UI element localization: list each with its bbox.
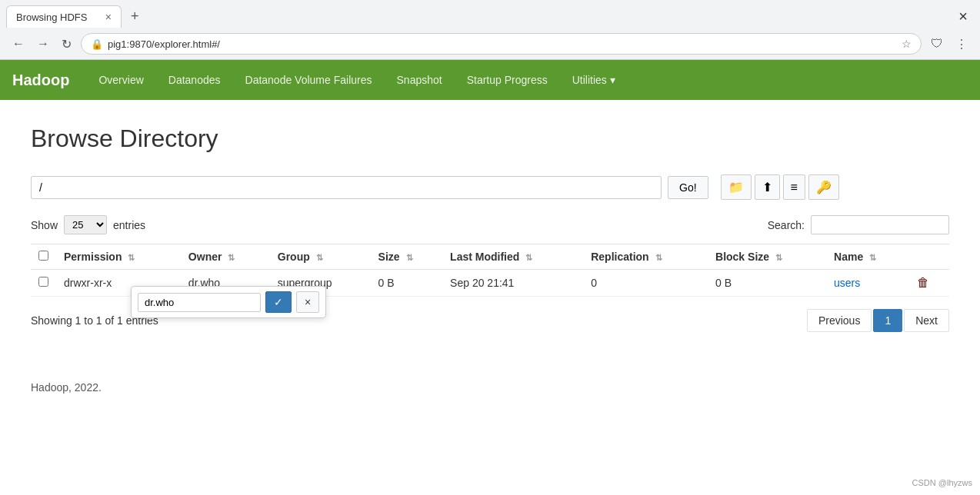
group-label: Group	[278, 251, 310, 263]
inline-edit-popup: ✓ ×	[131, 286, 326, 318]
sort-size-icon: ⇅	[406, 253, 413, 262]
col-header-block-size[interactable]: Block Size ⇅	[708, 244, 826, 270]
col-header-delete	[909, 244, 949, 270]
block-size-label: Block Size	[715, 251, 769, 263]
navbar-links: Overview Datanodes Datanode Volume Failu…	[88, 69, 625, 91]
col-header-replication[interactable]: Replication ⇅	[583, 244, 708, 270]
search-label: Search:	[768, 219, 805, 231]
row-size: 0 B	[371, 270, 442, 297]
sort-owner-icon: ⇅	[228, 253, 235, 262]
delete-button[interactable]: 🗑	[917, 276, 929, 290]
permission-label: Permission	[64, 251, 122, 263]
col-header-owner[interactable]: Owner ⇅	[181, 244, 270, 270]
sort-name-icon: ⇅	[869, 253, 876, 262]
row-checkbox-cell[interactable]	[31, 270, 56, 297]
sort-group-icon: ⇅	[316, 253, 323, 262]
file-link[interactable]: users	[834, 277, 860, 289]
path-input[interactable]	[31, 176, 662, 199]
folder-icon-btn[interactable]: 📁	[721, 174, 752, 200]
footer: Hadoop, 2022.	[0, 357, 980, 418]
navbar-brand[interactable]: Hadoop	[12, 71, 69, 89]
sort-last-modified-icon: ⇅	[525, 253, 532, 262]
active-tab: Browsing HDFS ×	[6, 5, 122, 28]
col-header-last-modified[interactable]: Last Modified ⇅	[442, 244, 583, 270]
window-close-button[interactable]: ×	[952, 5, 974, 28]
size-label: Size	[378, 251, 400, 263]
col-header-group[interactable]: Group ⇅	[270, 244, 371, 270]
search-input[interactable]	[811, 215, 949, 234]
nav-snapshot[interactable]: Snapshot	[386, 69, 453, 91]
tab-bar: Browsing HDFS × + ×	[0, 0, 980, 28]
key-icon-btn[interactable]: 🔑	[808, 174, 839, 200]
nav-utilities[interactable]: Utilities ▾	[562, 69, 626, 91]
url-display: pig1:9870/explorer.html#/	[108, 38, 897, 50]
entries-suffix: entries	[113, 219, 145, 231]
forward-button[interactable]: →	[34, 34, 52, 54]
list-icon-btn[interactable]: ≡	[783, 174, 805, 200]
replication-label: Replication	[591, 251, 648, 263]
new-tab-button[interactable]: +	[125, 5, 145, 28]
browser-chrome: Browsing HDFS × + × ← → ↻ 🔒 pig1:9870/ex…	[0, 0, 980, 60]
sort-permission-icon: ⇅	[128, 253, 135, 262]
path-icons: 📁 ⬆ ≡ 🔑	[721, 174, 839, 200]
col-header-permission[interactable]: Permission ⇅	[56, 244, 181, 270]
previous-button[interactable]: Previous	[807, 309, 872, 332]
extensions-icon[interactable]: 🛡	[928, 34, 946, 54]
show-label: Show	[31, 219, 58, 231]
refresh-button[interactable]: ↻	[58, 34, 75, 55]
search-bar: Search:	[768, 215, 949, 234]
page-1-button[interactable]: 1	[873, 309, 902, 332]
footer-text: Hadoop, 2022.	[31, 381, 102, 394]
col-header-size[interactable]: Size ⇅	[371, 244, 442, 270]
owner-label: Owner	[188, 251, 222, 263]
edit-confirm-button[interactable]: ✓	[265, 291, 292, 313]
edit-cancel-button[interactable]: ×	[296, 291, 319, 313]
nav-datanode-volume-failures[interactable]: Datanode Volume Failures	[235, 69, 383, 91]
address-bar-icons: ☆	[902, 38, 912, 50]
row-delete-cell[interactable]: 🗑	[909, 270, 949, 297]
nav-startup-progress[interactable]: Startup Progress	[456, 69, 558, 91]
main-content: Browse Directory Go! 📁 ⬆ ≡ 🔑 Show 10 25 …	[0, 100, 980, 357]
pagination: Previous 1 Next	[807, 309, 949, 332]
sort-replication-icon: ⇅	[655, 253, 662, 262]
address-bar: ← → ↻ 🔒 pig1:9870/explorer.html#/ ☆ 🛡 ⋮	[0, 28, 980, 59]
back-button[interactable]: ←	[9, 34, 28, 54]
menu-icon[interactable]: ⋮	[952, 34, 971, 55]
upload-icon-btn[interactable]: ⬆	[755, 174, 780, 200]
tab-close-button[interactable]: ×	[105, 11, 112, 23]
navbar: Hadoop Overview Datanodes Datanode Volum…	[0, 60, 980, 100]
select-all-checkbox[interactable]	[38, 251, 48, 261]
table-container: ✓ × Permission ⇅ Owner ⇅	[31, 244, 949, 297]
tab-title: Browsing HDFS	[16, 12, 99, 23]
table-header-row: Permission ⇅ Owner ⇅ Group ⇅ Size ⇅	[31, 244, 949, 270]
next-button[interactable]: Next	[904, 309, 949, 332]
entries-select[interactable]: 10 25 50 100	[64, 215, 107, 234]
path-bar: Go! 📁 ⬆ ≡ 🔑	[31, 174, 949, 200]
col-header-name[interactable]: Name ⇅	[826, 244, 909, 270]
security-icon: 🔒	[91, 38, 103, 50]
row-last-modified: Sep 20 21:41	[442, 270, 583, 297]
row-checkbox[interactable]	[38, 277, 48, 287]
sort-block-size-icon: ⇅	[775, 253, 782, 262]
row-replication: 0	[583, 270, 708, 297]
page-title: Browse Directory	[31, 125, 949, 153]
name-label: Name	[834, 251, 863, 263]
address-input-container[interactable]: 🔒 pig1:9870/explorer.html#/ ☆	[81, 33, 922, 55]
go-button[interactable]: Go!	[668, 176, 708, 199]
edit-owner-input[interactable]	[138, 293, 261, 312]
bookmark-icon[interactable]: ☆	[902, 38, 912, 50]
show-bar: Show 10 25 50 100 entries Search:	[31, 215, 949, 234]
nav-overview[interactable]: Overview	[88, 69, 154, 91]
row-name[interactable]: users	[826, 270, 909, 297]
row-block-size: 0 B	[708, 270, 826, 297]
nav-datanodes[interactable]: Datanodes	[158, 69, 232, 91]
select-all-header[interactable]	[31, 244, 56, 270]
last-modified-label: Last Modified	[450, 251, 519, 263]
